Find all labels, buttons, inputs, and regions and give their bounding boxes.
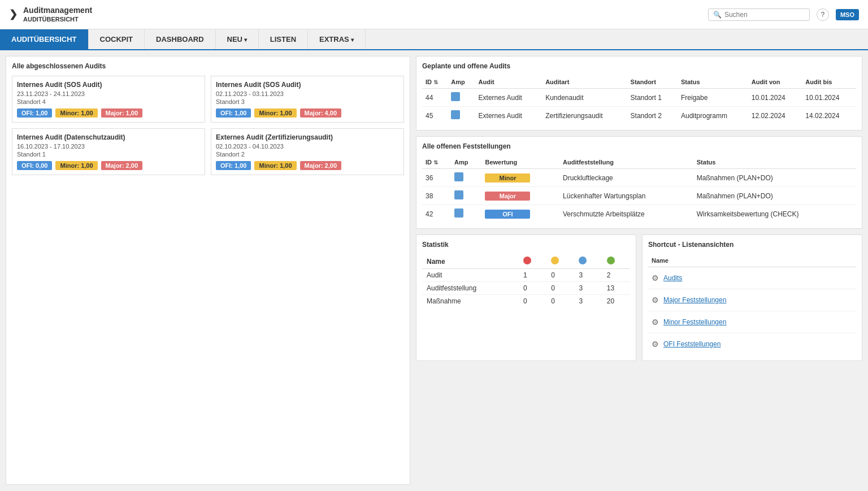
table-row[interactable]: 45 Externes Audit Zertifizierungsaudit S… [422,107,856,125]
ofi-badge: OFI: 0,00 [17,161,52,170]
help-button[interactable]: ? [817,8,829,21]
shortcut-label[interactable]: OFI Feststellungen [663,340,721,348]
yellow-dot [551,257,559,264]
col-von: Audit von [748,76,802,89]
col-status: Status [693,156,856,169]
shortcut-cell: ⚙ Audits [648,267,856,289]
bottom-row: Statistik Name Audit [416,234,862,361]
nav-item-dashboard[interactable]: DASHBOARD [145,29,216,49]
table-row[interactable]: 44 Externes Audit Kundenaudit Standort 1… [422,89,856,107]
cell-id: 38 [422,187,451,205]
green-dot [607,257,615,264]
nav-item-neu[interactable]: NEU [216,29,259,49]
sort-icon[interactable]: ⇅ [433,159,438,166]
col-id: ID ⇅ [422,156,451,169]
list-item[interactable]: ⚙ Minor Feststellungen [648,311,856,333]
search-input[interactable] [724,11,804,19]
shortcut-cell: ⚙ Major Feststellungen [648,289,856,311]
shortcut-cell: ⚙ Minor Feststellungen [648,311,856,333]
cell-standort: Standort 1 [627,89,678,107]
cell-status: Wirksamkeitsbewertung (CHECK) [693,205,856,223]
minor-badge: Minor: 1,00 [254,161,296,170]
shortcut-label[interactable]: Audits [663,274,682,282]
header-left: ❯ Auditmanagement AUDITÜBERSICHT [9,5,92,23]
shortcut-label[interactable]: Major Feststellungen [663,296,726,304]
audit-card-4[interactable]: Externes Audit (Zertifizierungsaudit) 02… [211,128,404,175]
sort-icon[interactable]: ⇅ [433,79,438,85]
audit-card-2-title: Internes Audit (SOS Audit) [216,81,399,89]
table-row[interactable]: 38 Major Lückenhafter Wartungsplan Maßna… [422,187,856,205]
cell-status: Freigabe [678,89,748,107]
col-audit: Audit [475,76,542,89]
audit-card-2-badges: OFI: 1,00 Minor: 1,00 Major: 4,00 [216,108,399,118]
cell-bis: 10.01.2024 [802,89,856,107]
statistik-table: Name Audit 1 0 3 2 [422,254,630,307]
audit-card-2[interactable]: Internes Audit (SOS Audit) 02.11.2023 - … [211,76,404,123]
audit-card-1-title: Internes Audit (SOS Audit) [17,81,200,89]
stat-row-auditfeststellung: Auditfeststellung 0 0 3 13 [422,282,630,295]
shortcut-major[interactable]: ⚙ Major Feststellungen [652,293,853,307]
col-standort: Standort [627,76,678,89]
list-item[interactable]: ⚙ Audits [648,267,856,289]
col-blue [574,254,602,269]
ofi-badge: OFI: 1,00 [216,161,251,170]
nav-item-cockpit[interactable]: COCKPIT [89,29,145,49]
header: ❯ Auditmanagement AUDITÜBERSICHT 🔍 ? MSO [0,0,868,29]
cell-amp [451,187,482,205]
shortcut-table: Name ⚙ Audits [648,254,856,355]
list-icon: ⚙ [652,296,659,305]
red-dot [523,257,531,264]
offene-feststellungen-box: Alle offenen Feststellungen ID ⇅ Amp Bew… [416,136,862,229]
stat-name: Audit [422,269,519,282]
user-badge[interactable]: MSO [836,9,859,20]
stat-blue: 3 [574,295,602,308]
cell-auditart: Zertifizierungsaudit [542,107,627,125]
amp-indicator [454,208,463,218]
col-feststellung: Auditfeststellung [559,156,693,169]
cell-standort: Standort 2 [627,107,678,125]
search-icon: 🔍 [713,11,722,19]
shortcut-cell: ⚙ OFI Feststellungen [648,333,856,355]
audit-card-2-date: 02.11.2023 - 03.11.2023 [216,90,399,97]
ofi-badge: OFI: 1,00 [216,108,251,118]
geplante-audits-table: ID ⇅ Amp Audit Auditart Standort Status … [422,76,856,124]
cell-id: 42 [422,205,451,223]
list-item[interactable]: ⚙ Major Feststellungen [648,289,856,311]
audit-cards: Internes Audit (SOS Audit) 23.11.2023 - … [12,76,404,181]
cell-id: 45 [422,107,448,125]
geplante-audits-title: Geplante und offene Audits [422,62,856,70]
audit-card-3-date: 16.10.2023 - 17.10.2023 [17,143,200,150]
stat-red: 1 [519,269,546,282]
nav-item-listen[interactable]: LISTEN [259,29,308,49]
minor-badge: Minor: 1,00 [254,108,296,118]
stat-blue: 3 [574,282,602,295]
col-id: ID ⇅ [422,76,448,89]
stat-green: 13 [602,282,630,295]
stat-red: 0 [519,282,546,295]
cell-amp [451,169,482,187]
shortcut-label[interactable]: Minor Feststellungen [663,318,726,326]
col-bis: Audit bis [802,76,856,89]
nav-item-auditubersicht[interactable]: AUDITÜBERSICHT [0,29,89,49]
shortcut-audits[interactable]: ⚙ Audits [652,271,853,285]
shortcut-minor[interactable]: ⚙ Minor Feststellungen [652,315,853,329]
audit-card-1-badges: OFI: 1,00 Minor: 1,00 Major: 1,00 [17,108,200,118]
cell-audit: Externes Audit [475,107,542,125]
stat-green: 2 [602,269,630,282]
col-green [602,254,630,269]
audit-card-3-badges: OFI: 0,00 Minor: 1,00 Major: 2,00 [17,161,200,170]
nav-item-extras[interactable]: EXTRAS [308,29,366,49]
stat-row-massnahme: Maßnahme 0 0 3 20 [422,295,630,308]
bewertung-badge: Major [485,192,530,201]
nav-arrow-icon: ❯ [9,8,18,20]
shortcut-ofi[interactable]: ⚙ OFI Feststellungen [652,337,853,351]
cell-amp [448,107,475,125]
table-row[interactable]: 42 OFI Verschmutzte Arbeitsplätze Wirksa… [422,205,856,223]
audit-card-3[interactable]: Internes Audit (Datenschutzaudit) 16.10.… [12,128,205,175]
list-item[interactable]: ⚙ OFI Feststellungen [648,333,856,355]
audit-card-1[interactable]: Internes Audit (SOS Audit) 23.11.2023 - … [12,76,205,123]
right-panel: Geplante und offene Audits ID ⇅ Amp Audi… [416,56,862,485]
search-box[interactable]: 🔍 [708,8,810,21]
table-row[interactable]: 36 Minor Druckluftleckage Maßnahmen (PLA… [422,169,856,187]
cell-feststellung: Lückenhafter Wartungsplan [559,187,693,205]
